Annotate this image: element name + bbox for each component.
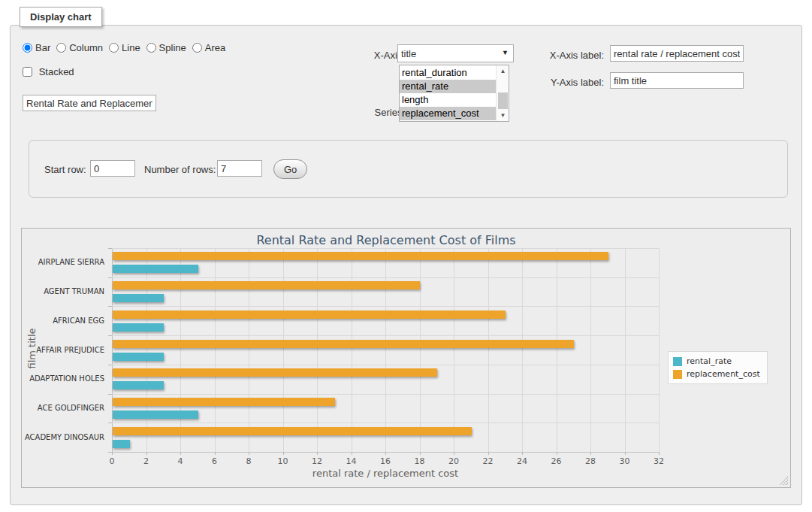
x-axis-select[interactable]: title [397,44,514,62]
bar-rental_rate[interactable] [113,353,164,361]
stacked-label: Stacked [39,66,74,77]
bar-rental_rate[interactable] [113,381,164,389]
x-tick-label: 16 [372,456,399,466]
row-controls-panel: Start row: Number of rows: Go [29,140,788,198]
chart-container: Rental Rate and Replacement Cost of Film… [21,228,791,488]
bar-rental_rate[interactable] [113,294,164,302]
bar-replacement_cost[interactable] [113,311,506,319]
gridline [420,248,421,452]
chart-type-spline[interactable]: Spline [146,42,186,53]
chart-legend: rental_ratereplacement_cost [668,351,768,384]
bar-rental_rate[interactable] [113,440,130,448]
x-tick-label: 6 [201,456,228,466]
plot-top-border [112,248,659,249]
category-separator [112,306,659,307]
x-tick-mark [659,452,660,455]
bar-replacement_cost[interactable] [113,252,608,260]
legend-label: replacement_cost [687,369,760,379]
gridline [522,248,523,452]
bar-replacement_cost[interactable] [113,281,420,289]
radio-bar[interactable] [23,43,32,53]
bar-rental_rate[interactable] [113,411,198,419]
x-tick-label: 24 [509,456,536,466]
gridline [625,248,626,452]
legend-swatch-replacement_cost [673,370,682,379]
category-label: AIRPLANE SIERRA [22,258,104,266]
num-rows-label: Number of rows: [144,164,216,175]
series-option-length[interactable]: length [400,93,496,107]
bar-replacement_cost[interactable] [113,340,574,348]
x-tick-mark [590,452,591,455]
gridline [317,248,318,452]
category-label: AFRICAN EGG [22,317,104,325]
radio-label: Line [122,42,140,53]
series-option-rental_duration[interactable]: rental_duration [400,66,496,80]
y-axis-label-input[interactable] [610,72,744,89]
gridline [659,248,660,452]
x-tick-mark [317,452,318,455]
start-row-input[interactable] [90,160,135,177]
chart-type-line[interactable]: Line [109,42,140,53]
legend-item-rental_rate[interactable]: rental_rate [673,355,760,368]
radio-area[interactable] [192,43,202,53]
x-tick-mark [557,452,557,455]
series-option-rental_rate[interactable]: rental_rate [400,80,496,93]
stacked-checkbox-row[interactable]: Stacked [23,66,74,77]
gridline [146,248,147,452]
bar-replacement_cost[interactable] [113,427,472,435]
series-option-replacement_cost[interactable]: replacement_cost [400,107,496,120]
y-tick-mark [108,306,112,307]
category-label: ADAPTATION HOLES [22,374,104,383]
chart-type-area[interactable]: Area [192,42,225,53]
radio-spline[interactable] [146,43,156,53]
x-tick-mark [249,452,249,455]
gridline [488,248,489,452]
category-label: ACE GOLDFINGER [22,404,104,412]
chart-title-input[interactable] [23,95,156,111]
legend-item-replacement_cost[interactable]: replacement_cost [673,368,760,380]
chart-type-bar[interactable]: Bar [23,42,50,53]
x-axis-select-label: X-Axis: [349,50,405,61]
bar-rental_rate[interactable] [113,265,198,273]
radio-line[interactable] [109,43,119,53]
go-button[interactable]: Go [273,159,307,179]
category-label: ACADEMY DINOSAUR [22,433,104,441]
bar-replacement_cost[interactable] [113,368,437,377]
x-tick-mark [420,452,421,455]
fieldset-legend: Display chart [20,7,102,27]
gridline [283,248,284,452]
stacked-checkbox[interactable] [23,67,32,77]
plot-area: 02468101214161820222426283032 [112,248,659,452]
series-listbox[interactable]: rental_durationrental_ratelengthreplacem… [399,65,509,122]
x-axis-label-input[interactable] [610,45,744,62]
x-tick-mark [112,452,113,455]
bar-replacement_cost[interactable] [113,398,335,406]
scrollbar-thumb[interactable] [498,92,508,109]
category-separator [112,394,659,395]
x-tick-label: 30 [611,456,638,466]
x-tick-label: 8 [235,456,262,466]
y-tick-mark [108,248,112,249]
category-separator [112,423,659,423]
series-label: Series: [349,107,405,118]
x-tick-label: 10 [270,456,297,466]
x-axis-title: rental rate / replacement cost [112,468,659,479]
x-tick-mark [352,452,352,455]
radio-column[interactable] [56,43,66,53]
gridline [557,248,557,452]
scroll-down-icon[interactable]: ▼ [497,110,509,121]
legend-label: rental_rate [687,356,732,366]
radio-label: Area [205,42,225,53]
resize-grip-icon[interactable] [779,476,789,486]
y-tick-mark [108,365,112,365]
gridline [215,248,216,452]
x-tick-mark [180,452,181,455]
radio-label: Bar [35,42,50,53]
bar-rental_rate[interactable] [113,323,164,332]
listbox-scrollbar[interactable]: ▲ ▼ [496,65,509,121]
scroll-up-icon[interactable]: ▲ [497,65,509,77]
x-tick-label: 18 [406,456,433,466]
chart-type-column[interactable]: Column [56,42,103,53]
x-tick-mark [283,452,284,455]
num-rows-input[interactable] [217,160,262,177]
